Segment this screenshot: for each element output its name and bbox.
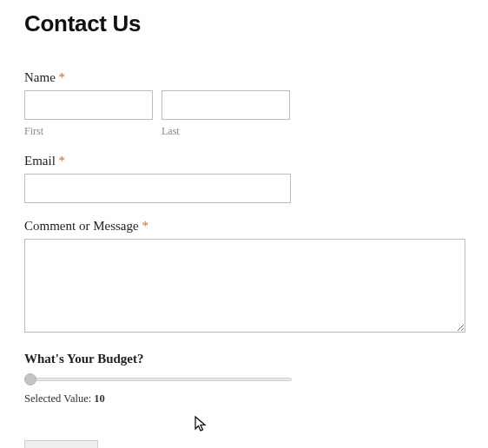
email-input[interactable] — [24, 174, 291, 203]
email-label: Email * — [24, 154, 464, 168]
message-label-text: Comment or Message — [24, 219, 139, 233]
name-label: Name * — [24, 70, 464, 85]
budget-selected-value: Selected Value: 10 — [24, 392, 464, 405]
submit-button[interactable]: Submit — [24, 440, 98, 448]
message-textarea[interactable] — [24, 239, 465, 333]
name-label-text: Name — [24, 70, 56, 84]
required-marker: * — [59, 70, 66, 84]
name-field: Name * First Last — [24, 70, 464, 138]
slider-track — [24, 378, 292, 381]
email-field: Email * — [24, 154, 464, 203]
required-marker: * — [59, 154, 66, 168]
slider-thumb[interactable] — [24, 373, 36, 385]
message-label: Comment or Message * — [24, 219, 464, 234]
selected-value-label: Selected Value: — [24, 392, 94, 405]
last-name-sublabel: Last — [162, 125, 290, 138]
first-name-input[interactable] — [24, 90, 153, 120]
email-label-text: Email — [24, 154, 56, 168]
budget-field: What's Your Budget? Selected Value: 10 — [24, 352, 464, 405]
selected-value-number: 10 — [94, 392, 105, 405]
required-marker: * — [142, 219, 148, 233]
budget-slider[interactable] — [24, 373, 292, 385]
first-name-sublabel: First — [24, 125, 153, 138]
last-name-input[interactable] — [162, 90, 290, 120]
budget-label: What's Your Budget? — [24, 352, 464, 366]
message-field: Comment or Message * — [24, 219, 464, 336]
page-title: Contact Us — [24, 10, 464, 37]
